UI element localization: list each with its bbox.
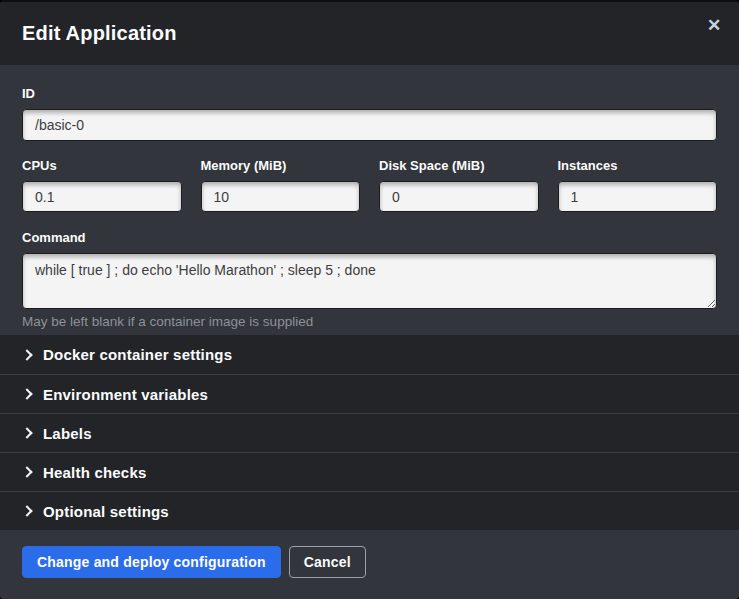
id-input[interactable]	[22, 109, 717, 141]
cpus-label: CPUs	[22, 158, 182, 173]
section-label: Health checks	[43, 464, 146, 481]
edit-application-modal: Edit Application ✕ ID CPUs Memory (MiB) …	[0, 0, 739, 599]
disk-space-label: Disk Space (MiB)	[379, 158, 539, 173]
cpus-input[interactable]	[22, 181, 182, 212]
chevron-right-icon	[21, 505, 32, 516]
chevron-right-icon	[21, 427, 32, 438]
resources-row: CPUs Memory (MiB) Disk Space (MiB) Insta…	[22, 158, 717, 212]
chevron-right-icon	[21, 466, 32, 477]
disk-space-input[interactable]	[379, 181, 539, 212]
section-optional-settings[interactable]: Optional settings	[0, 491, 739, 530]
disk-space-field-group: Disk Space (MiB)	[379, 158, 539, 212]
chevron-right-icon	[21, 349, 32, 360]
chevron-right-icon	[21, 388, 32, 399]
modal-header: Edit Application ✕	[0, 2, 739, 65]
cpus-field-group: CPUs	[22, 158, 182, 212]
memory-input[interactable]	[201, 181, 361, 212]
cancel-button[interactable]: Cancel	[289, 546, 366, 578]
command-label: Command	[22, 230, 717, 245]
change-and-deploy-button[interactable]: Change and deploy configuration	[22, 546, 281, 578]
section-label: Environment variables	[43, 386, 208, 403]
id-label: ID	[22, 86, 717, 101]
section-docker-container-settings[interactable]: Docker container settings	[0, 335, 739, 374]
section-environment-variables[interactable]: Environment variables	[0, 374, 739, 413]
instances-label: Instances	[558, 158, 718, 173]
section-label: Labels	[43, 425, 92, 442]
instances-input[interactable]	[558, 181, 718, 212]
close-icon[interactable]: ✕	[702, 14, 726, 38]
instances-field-group: Instances	[558, 158, 718, 212]
modal-footer: Change and deploy configuration Cancel	[0, 530, 739, 599]
collapsible-sections: Docker container settings Environment va…	[0, 335, 739, 530]
command-field-group: Command while [ true ] ; do echo 'Hello …	[22, 230, 717, 329]
section-label: Optional settings	[43, 503, 169, 520]
memory-label: Memory (MiB)	[201, 158, 361, 173]
section-label: Docker container settings	[43, 346, 232, 363]
application-form: ID CPUs Memory (MiB) Disk Space (MiB) In…	[0, 65, 739, 335]
command-textarea[interactable]: while [ true ] ; do echo 'Hello Marathon…	[22, 253, 717, 309]
command-help-text: May be left blank if a container image i…	[22, 314, 717, 329]
modal-title: Edit Application	[22, 22, 177, 45]
section-health-checks[interactable]: Health checks	[0, 452, 739, 491]
section-labels[interactable]: Labels	[0, 413, 739, 452]
memory-field-group: Memory (MiB)	[201, 158, 361, 212]
id-field-group: ID	[22, 86, 717, 141]
